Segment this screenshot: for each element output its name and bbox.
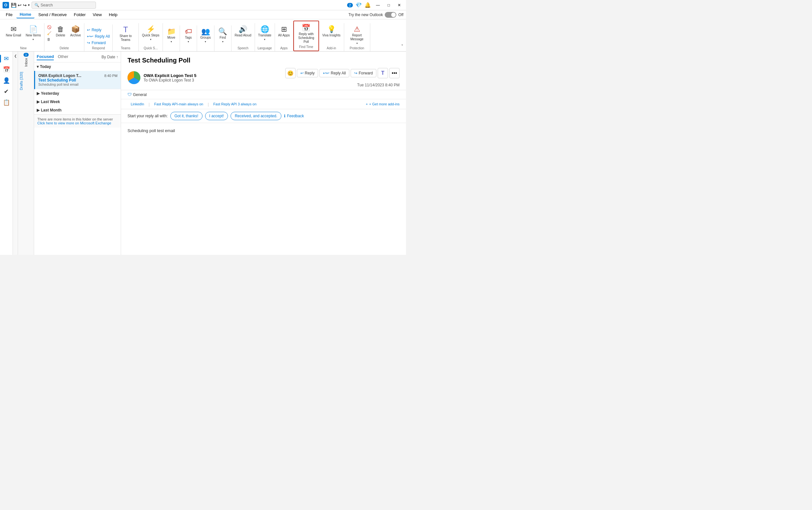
undo-icon[interactable]: ↩ — [18, 3, 22, 8]
more-items-link[interactable]: Click here to view more on Microsoft Exc… — [37, 121, 118, 125]
new-outlook-toggle[interactable] — [385, 12, 396, 18]
menu-send-receive[interactable]: Send / Receive — [35, 11, 70, 18]
quick-steps-button[interactable]: ⚡ Quick Steps ▾ — [140, 25, 161, 46]
feedback-button[interactable]: ℹ Feedback — [284, 114, 304, 118]
menu-file[interactable]: File — [3, 11, 16, 18]
viva-insights-button[interactable]: 💡 Viva Insights — [320, 25, 342, 46]
ribbon-group-find: 🔍 Find ▾ — [214, 25, 232, 51]
move-button[interactable]: 📁 Move ▾ — [164, 27, 178, 48]
forward-button[interactable]: ↪ Forward — [351, 69, 377, 77]
emoji-button[interactable]: 😊 — [285, 68, 296, 78]
get-more-addins-button[interactable]: + + Get more add-ins — [366, 102, 399, 106]
folder-collapse-button[interactable]: ❮ — [13, 52, 18, 255]
new-items-button[interactable]: 📄 New Items ▾ — [24, 25, 43, 46]
find-icon: 🔍 — [218, 28, 227, 35]
junk-button[interactable]: 🗑 — [46, 37, 53, 42]
email-tabs: Focused Other — [37, 54, 68, 60]
report-dropdown-icon[interactable]: ▾ — [356, 42, 358, 45]
section-header-last-week[interactable]: ▶ Last Week — [34, 97, 121, 106]
addin-fast-reply-main-button[interactable]: Fast Reply API-main always on — [151, 101, 206, 107]
sidebar-folder-web-feedback[interactable]: Outlook Web Feedback — [18, 93, 34, 255]
all-apps-button[interactable]: ⊞ All Apps — [276, 25, 292, 46]
tags-dropdown-icon[interactable]: ▾ — [188, 40, 189, 43]
sidebar-folder-inbox[interactable]: 3 Inbox — [18, 52, 34, 69]
rewards-icon[interactable]: 💎 — [356, 2, 362, 8]
move-dropdown-icon[interactable]: ▾ — [171, 40, 172, 43]
sort-button[interactable]: By Date ↑ — [101, 55, 118, 59]
tab-focused[interactable]: Focused — [37, 54, 54, 60]
translate-button[interactable]: 🌐 Translate ▾ — [256, 25, 273, 46]
suggestion-accept[interactable]: I accept! — [205, 112, 228, 120]
menu-help[interactable]: Help — [106, 11, 121, 18]
sidebar-folder-drafts[interactable]: Drafts [320] — [18, 69, 34, 93]
maximize-button[interactable]: □ — [385, 2, 392, 9]
sidebar-item-contacts[interactable]: 👤 — [1, 76, 11, 86]
share-teams-button[interactable]: T Share to Teams — [114, 25, 137, 46]
new-email-button[interactable]: ✉ New Email — [4, 25, 23, 46]
sort-icon: ↑ — [116, 55, 118, 59]
ribbon-expand-button[interactable]: ˅ — [401, 44, 403, 51]
inbox-unread-badge: 3 — [24, 53, 29, 57]
category-shield-icon: 🛡 — [127, 92, 132, 97]
section-header-today[interactable]: ▾ Today — [34, 62, 121, 71]
app-logo: O — [3, 2, 9, 8]
reply-small-button[interactable]: ↩ Reply — [86, 27, 111, 33]
category-label: General — [133, 92, 147, 97]
forward-small-button[interactable]: ↪ Forward — [86, 40, 111, 46]
new-items-dropdown-icon[interactable]: ▾ — [32, 38, 34, 41]
reply-button[interactable]: ↩ Reply — [297, 69, 319, 77]
addin-fast-reply-3-button[interactable]: Fast Reply API 3 always on — [210, 101, 260, 107]
ribbon-protection-label: Protection — [345, 46, 369, 51]
archive-button[interactable]: 📦 Archive — [68, 25, 83, 46]
quick-steps-dropdown-icon[interactable]: ▾ — [150, 38, 151, 41]
suggestion-got-it[interactable]: Got it, thanks! — [170, 112, 203, 120]
tags-button[interactable]: 🏷 Tags ▾ — [181, 27, 196, 48]
ignore-button[interactable]: 🚫 — [46, 25, 53, 30]
sidebar-item-tasks[interactable]: ✔ — [1, 86, 11, 97]
clean-up-button[interactable]: 🧹 — [46, 31, 53, 36]
suggestion-received[interactable]: Received, and accepted. — [231, 112, 281, 120]
bell-icon[interactable]: 🔔 — [364, 2, 371, 8]
translate-dropdown-icon[interactable]: ▾ — [264, 38, 265, 41]
reply-all-small-button[interactable]: ↩↩ Reply All — [86, 33, 111, 39]
groups-button[interactable]: 👥 Groups ▾ — [198, 27, 213, 48]
close-button[interactable]: ✕ — [395, 2, 403, 9]
sidebar-item-calendar[interactable]: 📅 — [1, 64, 11, 75]
email-subject: Test Scheduling Poll — [38, 78, 118, 83]
qat-dropdown-icon[interactable]: ▾ — [28, 3, 30, 7]
save-icon[interactable]: 💾 — [11, 3, 17, 8]
menu-home[interactable]: Home — [17, 11, 34, 18]
folder-sidebar: 3 Inbox Drafts [320] Outlook Web Feedbac… — [18, 52, 34, 255]
sidebar-item-notes[interactable]: 📋 — [1, 97, 11, 108]
section-header-last-month[interactable]: ▶ Last Month — [34, 106, 121, 114]
ribbon-group-delete: 🚫 🧹 🗑 🗑 Delete 📦 Archive Delete — [44, 23, 84, 51]
new-items-icon: 📄 — [29, 26, 38, 33]
reading-pane-header: Test Scheduling Poll OWA Explicit Logon … — [121, 52, 406, 90]
read-aloud-button[interactable]: 🔊 Read Aloud — [233, 25, 253, 46]
tab-other[interactable]: Other — [58, 54, 68, 60]
search-box[interactable]: 🔍 Search — [32, 2, 96, 9]
plus-icon: + — [366, 102, 368, 106]
report-message-button[interactable]: ⚠ Report Message ▾ — [345, 25, 369, 46]
groups-dropdown-icon[interactable]: ▾ — [205, 40, 206, 43]
ribbon-new-label: New — [4, 46, 43, 51]
find-button[interactable]: 🔍 Find ▾ — [216, 27, 230, 48]
menu-folder[interactable]: Folder — [70, 11, 89, 18]
notification-count[interactable]: 2 — [347, 3, 353, 7]
delete-button[interactable]: 🗑 Delete — [54, 25, 68, 46]
addin-linkedin-button[interactable]: LinkedIn — [127, 101, 147, 107]
minimize-button[interactable]: — — [373, 2, 383, 9]
sidebar-item-mail[interactable]: ✉ — [1, 54, 11, 64]
reply-all-icon: ↩↩ — [323, 71, 329, 76]
nav-sidebar: ✉ 📅 👤 ✔ 📋 — [0, 52, 13, 255]
reply-all-button[interactable]: ↩↩ Reply All — [320, 69, 349, 77]
share-teams-reading-button[interactable]: T — [378, 68, 388, 78]
email-item-1[interactable]: OWA Explicit Logon T... 8:40 PM Test Sch… — [34, 71, 121, 89]
menu-view[interactable]: View — [90, 11, 105, 18]
redo-icon[interactable]: ↪ — [23, 3, 27, 8]
reply-scheduling-button[interactable]: 📅 Reply with Scheduling Poll — [295, 23, 318, 45]
quick-access[interactable]: 💾 ↩ ↪ ▾ — [11, 3, 30, 8]
section-header-yesterday[interactable]: ▶ Yesterday — [34, 89, 121, 97]
more-actions-button[interactable]: ••• — [389, 68, 399, 78]
find-dropdown-icon[interactable]: ▾ — [222, 40, 223, 43]
